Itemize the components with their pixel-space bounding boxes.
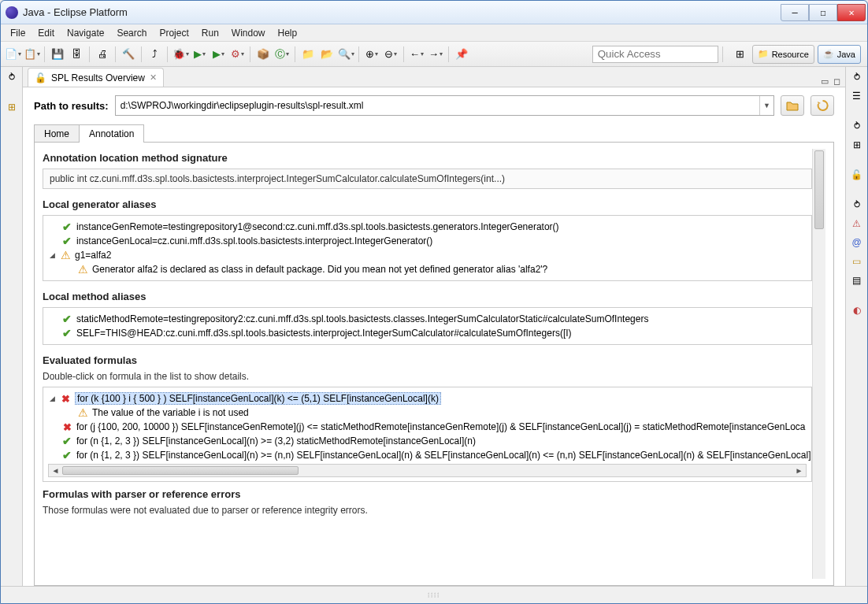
- restore-left-icon[interactable]: ⥁: [4, 70, 20, 84]
- outline-icon[interactable]: ☰: [849, 89, 865, 103]
- annotation-prev-button[interactable]: ⊖: [382, 46, 399, 63]
- run-last-button[interactable]: ▶: [210, 46, 227, 63]
- ok-icon: [61, 220, 73, 233]
- refresh-icon: [817, 100, 829, 112]
- open-folder-button[interactable]: 📁: [299, 46, 317, 63]
- progress-icon[interactable]: ◐: [849, 303, 865, 317]
- horizontal-scrollbar[interactable]: ◄►: [48, 464, 807, 477]
- debug-button[interactable]: 🐞: [172, 46, 189, 63]
- warn-icon: [59, 249, 72, 261]
- maximize-view-icon[interactable]: ◻: [833, 76, 840, 87]
- open-type-button[interactable]: 📂: [318, 46, 336, 63]
- run-button[interactable]: ▶: [191, 46, 208, 63]
- menu-edit[interactable]: Edit: [32, 26, 61, 40]
- folder-icon: [786, 100, 799, 111]
- save-button[interactable]: 💾: [49, 46, 66, 63]
- err-icon: [59, 392, 72, 405]
- javadoc-icon[interactable]: @: [849, 235, 865, 250]
- save-all-button[interactable]: 🗄: [68, 46, 85, 63]
- restore-right2-icon[interactable]: ⥁: [849, 119, 865, 133]
- menu-window[interactable]: Window: [225, 26, 272, 40]
- warn-icon: [76, 406, 89, 419]
- ok-icon: [61, 327, 73, 339]
- menu-file[interactable]: File: [4, 26, 32, 40]
- gen-item: instanceGenLocal=cz.cuni.mff.d3s.spl.too…: [48, 234, 807, 248]
- signature-box: public int cz.cuni.mff.d3s.spl.tools.bas…: [43, 169, 812, 189]
- gen-item-child: Generator alfa2 is declared as class in …: [48, 262, 807, 276]
- perspective-java[interactable]: ☕Java: [818, 45, 861, 64]
- new-package-button[interactable]: 📦: [254, 46, 272, 63]
- console-icon[interactable]: ▤: [849, 273, 865, 287]
- formula-item: for (n {1, 2, 3 }) SELF[instanceGenLocal…: [48, 434, 807, 448]
- new-button[interactable]: 📄: [4, 46, 21, 63]
- heading-methods: Local method aliases: [43, 291, 812, 302]
- menu-project[interactable]: Project: [153, 26, 195, 40]
- declaration-icon[interactable]: ▭: [849, 254, 865, 269]
- grip-icon[interactable]: ፧፧፧፧: [428, 591, 440, 600]
- gen-item: ◢g1=alfa2: [48, 248, 807, 262]
- expander-icon[interactable]: ◢: [48, 251, 56, 259]
- right-trim-stack: ⥁ ☰ ⥁ ⊞ 🔓 ⥁ ⚠ @ ▭ ▤ ◐: [845, 67, 867, 586]
- err-icon: [61, 421, 73, 433]
- parse-error-hint: Those formulas were not evaluated due to…: [43, 505, 812, 516]
- heading-generators: Local generator aliases: [43, 198, 812, 210]
- meth-item: SELF=THIS@HEAD:cz.cuni.mff.d3s.spl.tools…: [48, 326, 807, 340]
- build-button[interactable]: 🔨: [120, 46, 137, 63]
- vertical-scrollbar[interactable]: [812, 149, 825, 579]
- window-title: Java - Eclipse Platform: [23, 6, 781, 18]
- close-button[interactable]: ✕: [837, 4, 866, 21]
- menu-run[interactable]: Run: [195, 26, 225, 40]
- editor-tab-row: 🔓 SPL Results Overview ✕ ▭ ◻: [23, 67, 845, 87]
- task-list-icon[interactable]: ⊞: [849, 138, 865, 152]
- method-tree[interactable]: staticMethodRemote=testingrepository2:cz…: [43, 307, 812, 345]
- formula-item: for (n {1, 2, 3 }) SELF[instanceGenLocal…: [48, 448, 807, 462]
- menubar: File Edit Navigate Search Project Run Wi…: [1, 24, 867, 42]
- new-wizard-button[interactable]: 📋: [23, 46, 40, 63]
- forward-button[interactable]: →: [427, 46, 444, 63]
- ok-icon: [61, 435, 73, 447]
- tab-spl-results[interactable]: 🔓 SPL Results Overview ✕: [28, 68, 164, 87]
- path-input[interactable]: [116, 96, 759, 115]
- minimize-view-icon[interactable]: ▭: [821, 76, 829, 87]
- meth-item: staticMethodRemote=testingrepository2:cz…: [48, 312, 807, 326]
- external-tools-button[interactable]: ⚙: [228, 46, 246, 63]
- warn-icon: [76, 263, 89, 276]
- debug-skip-button[interactable]: ⤴: [146, 46, 163, 63]
- eclipse-window: Java - Eclipse Platform — ☐ ✕ File Edit …: [0, 0, 868, 604]
- minimize-button[interactable]: —: [781, 4, 809, 21]
- spl-icon[interactable]: 🔓: [849, 168, 865, 182]
- restore-bottom-icon[interactable]: ⥁: [849, 198, 865, 212]
- menu-navigate[interactable]: Navigate: [61, 26, 110, 40]
- left-trim-stack: ⥁ ⊞: [1, 67, 23, 586]
- subtab-annotation[interactable]: Annotation: [79, 124, 144, 143]
- pin-button[interactable]: 📌: [453, 46, 470, 63]
- maximize-button[interactable]: ☐: [809, 4, 837, 21]
- menu-search[interactable]: Search: [110, 26, 153, 40]
- new-type-button[interactable]: Ⓒ: [273, 46, 291, 63]
- titlebar[interactable]: Java - Eclipse Platform — ☐ ✕: [1, 1, 867, 24]
- print-button[interactable]: 🖨: [94, 46, 111, 63]
- back-button[interactable]: ←: [408, 46, 425, 63]
- formula-tree[interactable]: ◢for (k {100 } i { 500 } ) SELF[instance…: [43, 387, 812, 482]
- annotation-nav-button[interactable]: ⊕: [363, 46, 380, 63]
- generator-tree[interactable]: instanceGenRemote=testingrepository1@sec…: [43, 215, 812, 281]
- path-dropdown-icon[interactable]: ▼: [759, 96, 773, 115]
- package-explorer-icon[interactable]: ⊞: [4, 100, 20, 114]
- restore-right-icon[interactable]: ⥁: [849, 70, 865, 84]
- perspective-resource[interactable]: 📁Resource: [752, 45, 814, 64]
- quick-access-input[interactable]: [592, 46, 718, 63]
- browse-button[interactable]: [781, 95, 804, 116]
- path-label: Path to results:: [34, 100, 109, 112]
- close-tab-icon[interactable]: ✕: [150, 72, 157, 83]
- subtab-home[interactable]: Home: [34, 124, 79, 143]
- heading-formulas: Evaluated formulas: [43, 354, 812, 366]
- search-button[interactable]: 🔍: [337, 46, 354, 63]
- gen-item: instanceGenRemote=testingrepository1@sec…: [48, 220, 807, 234]
- refresh-button[interactable]: [811, 95, 834, 116]
- expander-icon[interactable]: ◢: [48, 395, 56, 402]
- open-perspective-button[interactable]: ⊞: [732, 46, 749, 63]
- menu-help[interactable]: Help: [272, 26, 304, 40]
- formula-item: ◢for (k {100 } i { 500 } ) SELF[instance…: [48, 391, 807, 406]
- problems-icon[interactable]: ⚠: [849, 217, 865, 231]
- path-combo[interactable]: ▼: [115, 95, 774, 116]
